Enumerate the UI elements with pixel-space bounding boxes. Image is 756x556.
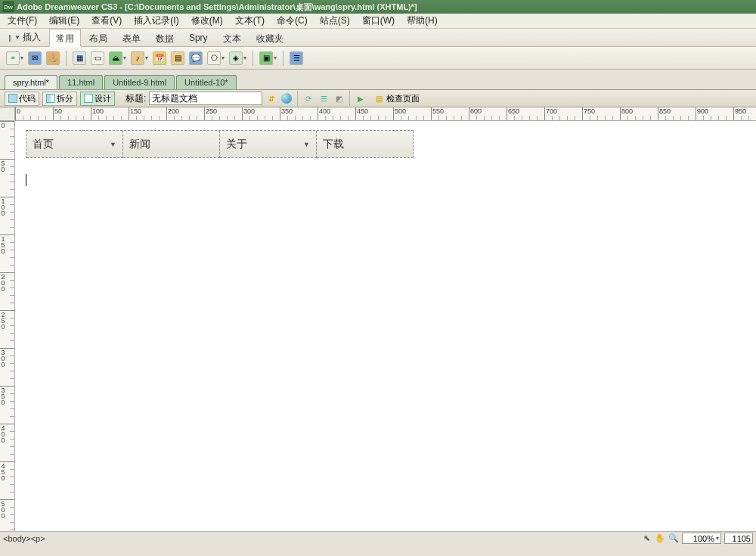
menu-modify[interactable]: 修改(M): [187, 13, 228, 29]
refresh-icon[interactable]: ⟳: [302, 92, 314, 104]
view-split-button[interactable]: 拆分: [42, 92, 77, 106]
menu-commands[interactable]: 命令(C): [272, 13, 312, 29]
templates-icon[interactable]: ▣: [259, 51, 273, 65]
title-label: 标题:: [125, 92, 146, 105]
menu-site[interactable]: 站点(S): [315, 13, 355, 29]
design-view-icon: [84, 94, 93, 103]
document-toolbar: 代码 拆分 设计 标题: ⇵ ⟳ ☰ ◩ ▶ ▤ 检查页面: [0, 89, 756, 107]
script-icon[interactable]: ◈: [229, 51, 243, 65]
document-tabs: spry.html* 11.html Untitled-9.html Untit…: [0, 74, 756, 89]
preview-browser-icon[interactable]: [280, 92, 293, 104]
tab-text[interactable]: 文本: [216, 29, 248, 47]
tab-data[interactable]: 数据: [149, 29, 181, 47]
validate-icon[interactable]: ▶: [355, 92, 367, 104]
tab-common[interactable]: 常用: [49, 29, 81, 47]
menu-insert[interactable]: 插入记录(I): [129, 13, 183, 29]
split-view-icon: [46, 94, 55, 103]
doc-tab-11[interactable]: 11.html: [59, 75, 103, 89]
doc-tab-untitled10[interactable]: Untitled-10*: [176, 75, 236, 89]
status-right: ⬉ ✋ 🔍 100%▾ 1105: [641, 533, 753, 544]
view-code-button[interactable]: 代码: [5, 92, 39, 106]
insert-category-tabs: 常用 布局 表单 数据 Spry 文本 收藏夹: [49, 29, 292, 47]
tab-layout[interactable]: 布局: [82, 29, 114, 47]
hand-tool-icon[interactable]: ✋: [655, 533, 665, 544]
separator: [297, 91, 298, 106]
code-view-icon: [8, 94, 17, 103]
named-anchor-icon[interactable]: ⚓: [46, 51, 60, 65]
vertical-ruler: 050100150200250300350400450500: [0, 121, 15, 531]
window-size[interactable]: 1105: [724, 533, 753, 544]
design-canvas[interactable]: 首页▼ 新闻 关于▼ 下载: [15, 121, 756, 531]
dropdown-arrow-icon: ▼: [303, 141, 310, 148]
view-design-button[interactable]: 设计: [80, 92, 115, 106]
doc-tab-untitled9[interactable]: Untitled-9.html: [104, 75, 175, 89]
spry-menu-bar[interactable]: 首页▼ 新闻 关于▼ 下载: [26, 130, 414, 158]
spry-item-about[interactable]: 关于▼: [220, 131, 317, 158]
separator: [283, 51, 284, 66]
insert-toolbar: ⚭ ✉ ⚓ ▦ ▭ ⛰ ♪ 📅 ▤ 💬 ⎔ ◈ ▣ ☰: [0, 47, 756, 70]
head-icon[interactable]: ⎔: [207, 51, 221, 65]
image-icon[interactable]: ⛰: [109, 51, 122, 65]
menubar: 文件(F) 编辑(E) 查看(V) 插入记录(I) 修改(M) 文本(T) 命令…: [0, 14, 756, 29]
server-include-icon[interactable]: ▤: [171, 51, 184, 65]
media-icon[interactable]: ♪: [131, 51, 144, 65]
editor-area: 0501001502002503003504004505005506006507…: [0, 107, 756, 531]
check-page-icon: ▤: [373, 92, 385, 104]
file-management-icon[interactable]: ⇵: [265, 92, 277, 104]
horizontal-ruler: 0501001502002503003504004505005506006507…: [15, 107, 756, 121]
separator: [349, 91, 350, 106]
date-icon[interactable]: 📅: [153, 51, 166, 65]
status-bar: <body><p> ⬉ ✋ 🔍 100%▾ 1105: [0, 531, 756, 545]
doc-tab-spry[interactable]: spry.html*: [5, 75, 57, 89]
insert-bar: ∥ ▼ 插入 常用 布局 表单 数据 Spry 文本 收藏夹: [0, 29, 756, 47]
check-page-button[interactable]: ▤ 检查页面: [370, 92, 423, 105]
tag-selector[interactable]: <body><p>: [3, 534, 45, 543]
tag-chooser-icon[interactable]: ☰: [290, 51, 303, 65]
ruler-corner: [0, 107, 15, 121]
menu-file[interactable]: 文件(F): [3, 13, 42, 29]
insert-label[interactable]: ∥ ▼ 插入: [3, 29, 46, 46]
window-title: Adobe Dreamweaver CS3 - [C:\Documents an…: [17, 2, 417, 13]
tab-favorites[interactable]: 收藏夹: [249, 29, 290, 47]
tab-spry[interactable]: Spry: [182, 29, 215, 47]
tab-forms[interactable]: 表单: [116, 29, 147, 47]
div-icon[interactable]: ▭: [91, 51, 104, 65]
separator: [66, 51, 67, 66]
separator: [253, 51, 253, 66]
visual-aids-icon[interactable]: ◩: [333, 92, 345, 104]
view-options-icon[interactable]: ☰: [318, 92, 330, 104]
page-title-input[interactable]: [149, 92, 262, 105]
globe-icon: [281, 93, 292, 104]
document-tab-area: spry.html* 11.html Untitled-9.html Untit…: [0, 74, 756, 545]
menu-edit[interactable]: 编辑(E): [45, 13, 84, 29]
menu-help[interactable]: 帮助(H): [402, 13, 442, 29]
zoom-level[interactable]: 100%▾: [682, 533, 721, 544]
menu-view[interactable]: 查看(V): [87, 13, 126, 29]
app-icon: Dw: [3, 2, 14, 12]
comment-icon[interactable]: 💬: [189, 51, 203, 65]
dropdown-arrow-icon: ▼: [110, 141, 116, 148]
table-icon[interactable]: ▦: [73, 51, 86, 65]
spry-item-download[interactable]: 下载: [317, 131, 414, 158]
hyperlink-icon[interactable]: ⚭: [6, 51, 20, 65]
spry-item-home[interactable]: 首页▼: [26, 131, 123, 158]
email-link-icon[interactable]: ✉: [28, 51, 42, 65]
menu-window[interactable]: 窗口(W): [358, 13, 399, 29]
spry-item-news[interactable]: 新闻: [123, 131, 220, 158]
titlebar: Dw Adobe Dreamweaver CS3 - [C:\Documents…: [0, 0, 756, 14]
pointer-tool-icon[interactable]: ⬉: [641, 533, 652, 544]
menu-text[interactable]: 文本(T): [231, 13, 269, 29]
zoom-tool-icon[interactable]: 🔍: [668, 533, 679, 544]
text-cursor: [26, 174, 26, 186]
